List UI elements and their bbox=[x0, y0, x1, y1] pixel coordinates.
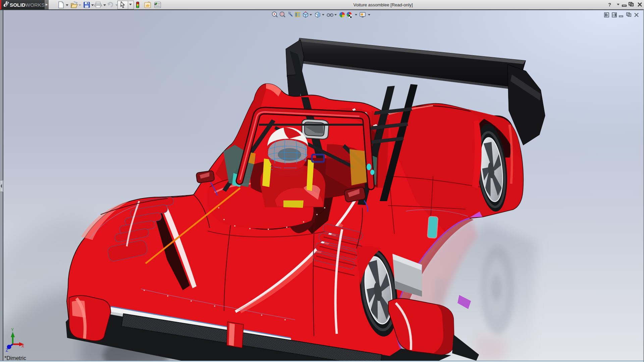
svg-text:X: X bbox=[21, 344, 24, 349]
svg-text:Y: Y bbox=[11, 327, 14, 332]
svg-text:SOLIDWORKS: SOLIDWORKS bbox=[10, 2, 44, 8]
svg-text:Z: Z bbox=[6, 348, 8, 353]
svg-text:?: ? bbox=[608, 2, 611, 7]
